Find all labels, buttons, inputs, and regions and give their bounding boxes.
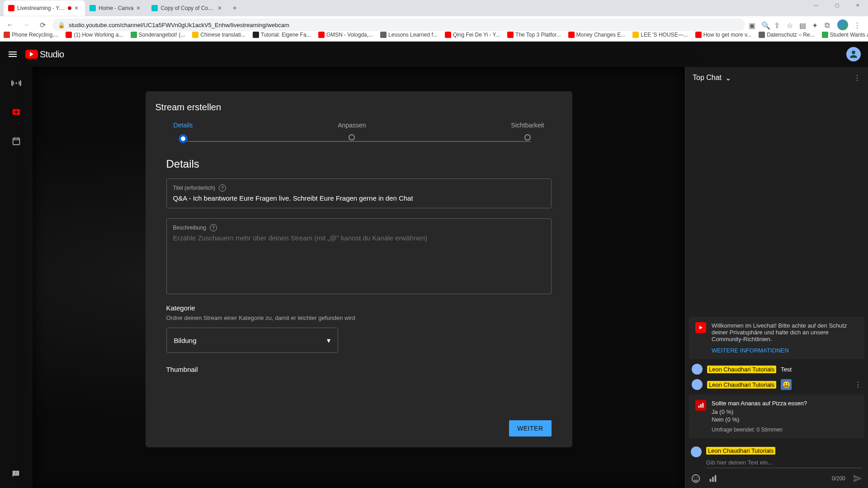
close-icon[interactable]: ✕ — [74, 5, 80, 11]
star-icon[interactable]: ☆ — [787, 21, 794, 28]
svg-rect-16 — [712, 477, 714, 482]
avatar[interactable] — [692, 379, 703, 390]
puzzle-icon[interactable]: ✦ — [812, 21, 819, 28]
step-visibility[interactable]: Sichtbarkeit — [511, 122, 544, 143]
new-tab-button[interactable]: + — [228, 2, 241, 14]
share-icon[interactable]: ⇪ — [774, 21, 781, 28]
title-field[interactable]: Titel (erforderlich)? — [166, 178, 552, 208]
extension-icon[interactable]: ▤ — [799, 21, 807, 28]
restore-icon[interactable]: ⧉ — [825, 21, 832, 28]
tab-title: Livestreaming - YouTube S — [17, 5, 65, 11]
create-stream-modal: Stream erstellen Details Anpassen Sichtb… — [146, 91, 572, 447]
step-details[interactable]: Details — [174, 122, 193, 143]
category-select[interactable]: Bildung ▾ — [166, 328, 338, 353]
next-button[interactable]: WEITER — [509, 420, 551, 436]
chevron-down-icon: ▾ — [327, 336, 330, 345]
maximize-button[interactable]: ▢ — [826, 0, 847, 10]
bookmark[interactable]: Money Changes E... — [568, 32, 626, 38]
youtube-icon — [8, 5, 14, 11]
minimize-button[interactable]: — — [806, 0, 826, 10]
svg-rect-11 — [703, 403, 704, 408]
back-button[interactable]: ← — [4, 19, 16, 31]
app-header: Studio — [0, 42, 868, 67]
chevron-down-icon: ⌄ — [725, 74, 731, 82]
title-input[interactable] — [173, 194, 545, 202]
description-input[interactable] — [173, 234, 545, 277]
studio-logo[interactable]: Studio — [25, 49, 64, 60]
bookmark[interactable]: LEE 'S HOUSE—... — [632, 32, 688, 38]
svg-text:!: ! — [15, 471, 17, 475]
bookmark[interactable]: GMSN - Vologda,... — [318, 32, 373, 38]
chat-message: Leon Chaudhari Tutorials Test — [689, 364, 864, 375]
tab-title: Home - Canva — [99, 5, 133, 11]
step-customize[interactable]: Anpassen — [338, 122, 366, 143]
tab[interactable]: Home - Canva ✕ — [85, 0, 147, 16]
recording-icon — [68, 6, 71, 10]
author-badge[interactable]: Leon Chaudhari Tutorials — [707, 366, 776, 373]
stream-icon[interactable] — [7, 74, 25, 92]
chat-panel: Top Chat ⌄ ⋮ Willkommen im Livechat! Bit… — [685, 67, 868, 488]
menu-icon[interactable]: ⋮ — [854, 21, 861, 28]
poll-card: Sollte man Ananas auf Pizza essen? Ja (0… — [689, 394, 864, 438]
bookmark[interactable]: Lessons Learned f... — [380, 32, 438, 38]
hamburger-icon[interactable] — [7, 49, 18, 60]
tab-active[interactable]: Livestreaming - YouTube S ✕ — [4, 0, 85, 16]
svg-rect-10 — [700, 404, 702, 408]
bookmark[interactable]: Qing Fei De Yi - Y... — [445, 32, 500, 38]
learn-more-link[interactable]: WEITERE INFORMATIONEN — [712, 347, 858, 354]
url-text: studio.youtube.com/channel/UC1a5FWVn0gUk… — [69, 22, 289, 28]
camera-icon[interactable]: ▣ — [749, 21, 756, 28]
bookmark[interactable]: (1) How Working a... — [66, 32, 123, 38]
author-badge: Leon Chaudhari Tutorials — [706, 447, 775, 455]
tab[interactable]: Copy of Copy of Copy of Copy ✕ — [147, 0, 228, 16]
bookmark[interactable]: Chinese translati... — [192, 32, 245, 38]
send-icon[interactable] — [853, 474, 863, 483]
left-rail: ! — [0, 67, 33, 488]
avatar[interactable] — [692, 364, 703, 375]
close-window-button[interactable]: ✕ — [847, 0, 868, 10]
avatar — [691, 446, 702, 457]
bookmark[interactable]: Student Wants an... — [822, 32, 868, 38]
zoom-icon[interactable]: 🔍 — [761, 21, 769, 28]
play-icon — [25, 50, 38, 59]
stepper: Details Anpassen Sichtbarkeit — [156, 122, 562, 143]
chat-mode-select[interactable]: Top Chat ⌄ — [693, 74, 731, 82]
help-icon[interactable]: ? — [219, 184, 226, 192]
description-field[interactable]: Beschreibung? — [166, 218, 552, 294]
char-counter: 0/200 — [832, 475, 845, 482]
bookmark[interactable]: The Top 3 Platfor... — [507, 32, 561, 38]
bookmark[interactable]: Sonderangebot! (... — [131, 32, 185, 38]
chat-input[interactable] — [706, 457, 863, 468]
more-icon[interactable]: ⋮ — [854, 380, 862, 389]
svg-rect-9 — [698, 406, 700, 408]
user-avatar[interactable] — [846, 47, 861, 61]
help-icon[interactable]: ? — [210, 224, 217, 231]
bookmark[interactable]: Tutorial: Eigene Fa... — [253, 32, 311, 38]
svg-point-13 — [694, 477, 695, 478]
more-icon[interactable]: ⋮ — [854, 74, 861, 82]
feedback-icon[interactable]: ! — [11, 469, 21, 481]
address-bar: ← → ⟳ 🔒 studio.youtube.com/channel/UC1a5… — [0, 16, 868, 33]
bookmark[interactable]: Datenschutz – Re... — [759, 32, 814, 38]
profile-avatar[interactable] — [837, 19, 848, 30]
close-icon[interactable]: ✕ — [217, 5, 224, 11]
tab-title: Copy of Copy of Copy of Copy — [160, 5, 215, 11]
chat-message: Leon Chaudhari Tutorials 😀 ⋮ — [689, 379, 864, 390]
close-icon[interactable]: ✕ — [136, 5, 142, 11]
svg-rect-4 — [13, 138, 20, 145]
forward-button[interactable]: → — [20, 19, 33, 31]
reload-button[interactable]: ⟳ — [36, 19, 49, 31]
category-help: Ordne deinen Stream einer Kategorie zu, … — [166, 314, 552, 321]
canva-icon — [151, 5, 158, 11]
bookmark[interactable]: Phone Recycling,... — [4, 32, 58, 38]
bookmark[interactable]: How to get more v... — [695, 32, 751, 38]
stream-stage: Stream erstellen Details Anpassen Sichtb… — [33, 67, 685, 488]
poll-icon[interactable] — [708, 474, 718, 483]
url-input[interactable]: 🔒 studio.youtube.com/channel/UC1a5FWVn0g… — [52, 19, 745, 31]
emoji-icon[interactable] — [691, 474, 701, 483]
webcam-icon[interactable] — [7, 103, 25, 121]
svg-point-12 — [692, 475, 700, 483]
author-badge[interactable]: Leon Chaudhari Tutorials — [707, 381, 776, 389]
manage-icon[interactable] — [7, 132, 25, 150]
svg-rect-15 — [710, 479, 712, 482]
